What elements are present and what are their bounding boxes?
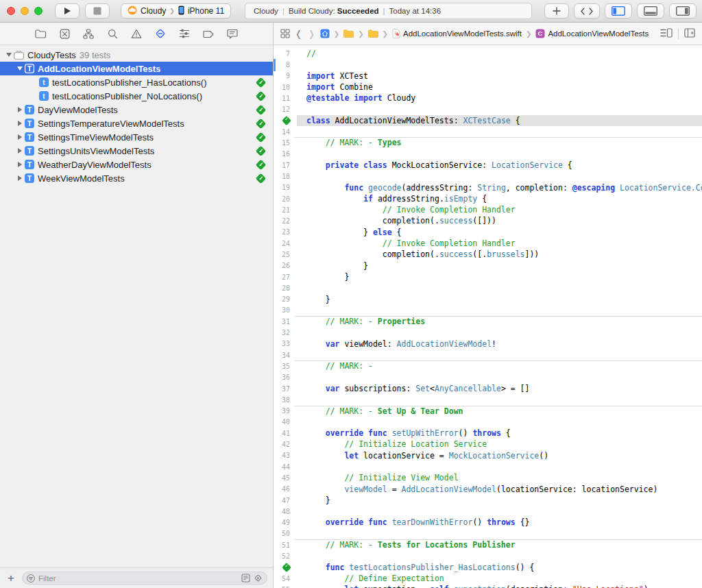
line-number: 18 — [282, 173, 290, 180]
disclosure-triangle[interactable] — [15, 134, 25, 140]
code-text — [297, 327, 702, 338]
code-text: viewModel = AddLocationViewModel(locatio… — [297, 484, 702, 495]
stop-icon — [93, 7, 101, 15]
swift-file-icon — [392, 29, 400, 38]
test-method-row[interactable]: ttestLocationsPublisher_HasLocations() — [0, 75, 273, 89]
disclosure-triangle[interactable] — [4, 53, 14, 57]
test-method-icon: t — [39, 91, 49, 101]
test-class-row[interactable]: TSettingsUnitsViewModelTests — [0, 144, 273, 158]
toggle-debug-area-button[interactable] — [637, 3, 664, 19]
scheme-selector[interactable]: Cloudy ❯ iPhone 11 — [121, 3, 231, 19]
mark-separator — [294, 316, 702, 317]
close-window-button[interactable] — [7, 7, 15, 15]
show-tests-with-flag-icon[interactable] — [241, 574, 250, 583]
breadcrumb-item[interactable] — [320, 29, 330, 38]
line-number: 20 — [282, 195, 290, 203]
toggle-navigator-button[interactable] — [605, 3, 632, 19]
filter-field[interactable]: Filter — [22, 572, 267, 585]
add-editor-icon[interactable] — [684, 28, 695, 39]
show-failing-tests-icon[interactable] — [254, 574, 263, 583]
breadcrumb-item[interactable]: CAddLocationViewModelTests — [535, 29, 649, 38]
code-text — [297, 506, 702, 517]
code-line: 8 — [274, 59, 702, 70]
test-class-row[interactable]: TWeatherDayViewModelTests — [0, 158, 273, 171]
library-button[interactable] — [544, 3, 569, 19]
line-number: 35 — [282, 363, 290, 370]
test-passed-diamond[interactable] — [282, 563, 291, 572]
gutter: 36 — [274, 372, 297, 383]
source-control-tab[interactable] — [58, 27, 71, 40]
disclosure-triangle[interactable] — [15, 121, 25, 126]
disclosure-triangle[interactable] — [15, 162, 25, 167]
mark-separator — [294, 406, 702, 406]
breadcrumb-item[interactable] — [368, 29, 378, 38]
disclosure-triangle[interactable] — [15, 107, 25, 112]
code-line: 17 private class MockLocationService: Lo… — [274, 160, 702, 171]
gutter: 40 — [274, 417, 297, 428]
code-text: var subscriptions: Set<AnyCancellable> =… — [297, 383, 702, 394]
project-navigator-tab[interactable] — [34, 27, 47, 40]
navigator-panel: CloudyTests39 testsTAddLocationViewModel… — [0, 23, 273, 588]
breakpoint-navigator-tab[interactable] — [202, 27, 215, 40]
breadcrumb-item[interactable]: AddLocationViewModelTests.swift — [392, 29, 522, 38]
test-navigator-tab[interactable] — [154, 27, 167, 40]
test-bundle-row[interactable]: CloudyTests39 tests — [0, 48, 273, 62]
code-line: 10import Combine — [274, 82, 702, 93]
code-text: // MARK: - Properties — [297, 316, 702, 327]
run-button[interactable] — [55, 3, 80, 19]
issue-navigator-tab[interactable] — [130, 27, 143, 40]
line-number: 31 — [282, 318, 290, 326]
source-editor[interactable]: 7//89import XCTest10import Combine11@tes… — [274, 45, 702, 588]
test-class-row[interactable]: TSettingsTimeViewModelTests — [0, 130, 273, 144]
test-passed-diamond[interactable] — [282, 116, 291, 125]
zoom-window-button[interactable] — [34, 7, 43, 15]
find-tab[interactable] — [106, 27, 119, 40]
report-navigator-tab[interactable] — [226, 27, 239, 40]
code-text: class AddLocationViewModelTests: XCTestC… — [297, 115, 702, 126]
code-line: func testLocationsPublisher_HasLocations… — [274, 562, 702, 573]
line-number: 25 — [282, 251, 290, 258]
test-class-row[interactable]: TWeekViewModelTests — [0, 171, 273, 185]
test-class-row[interactable]: TSettingsTemperatureViewModelTests — [0, 117, 273, 130]
related-items-icon[interactable] — [280, 29, 290, 38]
code-review-button[interactable] — [574, 3, 600, 19]
test-navigator-tree[interactable]: CloudyTests39 testsTAddLocationViewModel… — [0, 45, 273, 567]
disclosure-triangle[interactable] — [15, 148, 25, 154]
test-method-row[interactable]: ttestLocationsPublisher_NoLocations() — [0, 89, 273, 103]
test-class-icon: T — [25, 173, 34, 183]
disclosure-triangle[interactable] — [15, 175, 25, 181]
test-class-row[interactable]: TDayViewModelTests — [0, 103, 273, 117]
destination-name: iPhone 11 — [188, 6, 224, 16]
symbol-navigator-tab[interactable] — [82, 27, 95, 40]
line-number: 23 — [282, 228, 290, 236]
go-forward-button[interactable]: ❭ — [307, 29, 316, 39]
debug-navigator-tab[interactable] — [178, 27, 191, 40]
editor-options-icon[interactable] — [660, 28, 673, 39]
svg-text:C: C — [538, 29, 543, 37]
app-icon — [128, 5, 137, 17]
disclosure-triangle[interactable] — [15, 66, 25, 71]
stop-button[interactable] — [85, 3, 110, 19]
gutter: 43 — [274, 450, 297, 461]
go-back-button[interactable]: ❬ — [294, 29, 303, 39]
toggle-inspector-button[interactable] — [669, 3, 697, 19]
toolbar: Cloudy ❯ iPhone 11 Cloudy | Build Cloudy… — [0, 0, 702, 23]
breadcrumb-separator: ❯ — [358, 30, 363, 38]
code-line: 16 — [274, 149, 702, 160]
item-label: testLocationsPublisher_HasLocations() — [52, 77, 206, 88]
add-test-plan-button[interactable]: + — [5, 572, 16, 584]
line-number: 32 — [282, 329, 290, 336]
breadcrumb-separator: ❯ — [526, 30, 531, 38]
toolbar-right — [544, 3, 697, 19]
minimize-window-button[interactable] — [21, 7, 29, 15]
code-line: 51 // MARK: - Tests for Locations Publis… — [274, 539, 702, 550]
code-text: override func tearDownWithError() throws… — [297, 517, 702, 528]
gutter: 18 — [274, 171, 297, 182]
code-line: 48 — [274, 506, 702, 517]
code-line: 15 // MARK: - Types — [274, 137, 702, 148]
test-class-row[interactable]: TAddLocationViewModelTests — [0, 62, 273, 75]
breadcrumb-item[interactable] — [343, 29, 354, 38]
activity-viewer[interactable]: Cloudy | Build Cloudy: Succeeded | Today… — [245, 3, 532, 19]
gutter: 15 — [274, 137, 297, 148]
gutter: 28 — [274, 282, 297, 293]
